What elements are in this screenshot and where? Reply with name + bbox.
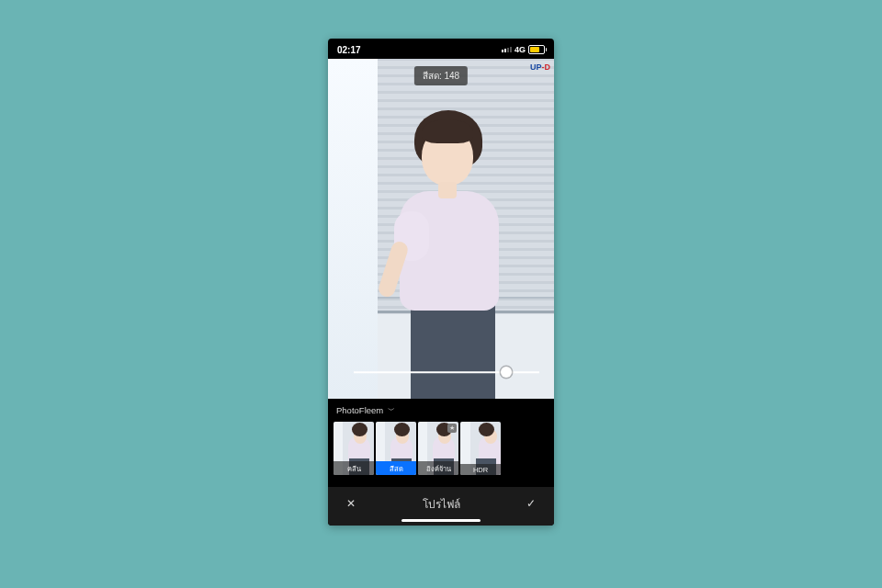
home-indicator[interactable]: [401, 519, 481, 523]
confirm-button[interactable]: ✓: [523, 497, 539, 510]
photo-canvas[interactable]: UP-D สีสด: 148: [328, 59, 554, 399]
network-label: 4G: [514, 45, 526, 54]
preset-thumb[interactable]: HDR: [460, 422, 501, 475]
chevron-down-icon: ﹀: [388, 405, 395, 415]
preset-thumb[interactable]: ★ อิงค์จ้าน: [418, 422, 458, 475]
slider-track: [354, 371, 539, 373]
preset-label: HDR: [460, 464, 501, 475]
status-right: 4G: [502, 45, 545, 54]
phone-frame: 02:17 4G UP-D สีสด: 148 PhotoFleem ﹀ คลี…: [328, 39, 554, 526]
preset-thumb[interactable]: คลีน: [334, 422, 374, 475]
subject-person: [378, 105, 515, 399]
status-time: 02:17: [337, 45, 361, 55]
star-icon: ★: [447, 424, 457, 433]
preset-label: สีสด: [376, 461, 416, 475]
battery-icon: [528, 45, 545, 54]
preset-label: อิงค์จ้าน: [418, 461, 458, 475]
preset-label: คลีน: [334, 461, 374, 475]
toast-value: 148: [444, 71, 459, 81]
signal-icon: [502, 47, 512, 52]
panel-title: โปรไฟล์: [423, 495, 460, 513]
background-sign: UP-D: [530, 62, 550, 72]
adjustment-toast: สีสด: 148: [414, 66, 468, 85]
slider-thumb[interactable]: [501, 367, 512, 378]
toast-label: สีสด:: [423, 71, 442, 81]
intensity-slider[interactable]: [354, 366, 539, 379]
preset-group-name: PhotoFleem: [336, 405, 383, 415]
preset-thumb[interactable]: สีสด: [376, 422, 416, 475]
cancel-button[interactable]: ✕: [343, 497, 359, 510]
preset-thumbnails: คลีน สีสด ★ อิงค์จ้าน HDR: [328, 418, 554, 481]
preset-group-selector[interactable]: PhotoFleem ﹀: [328, 399, 554, 418]
status-bar: 02:17 4G: [328, 39, 554, 59]
